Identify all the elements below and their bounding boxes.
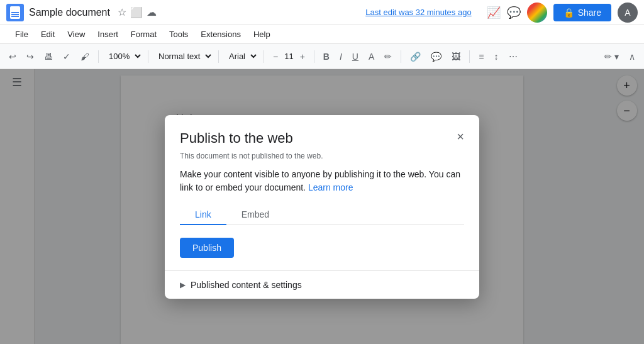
publish-section: Publish (165, 225, 479, 271)
publish-dialog: Publish to the web × This document is no… (165, 115, 479, 299)
decrease-font-button[interactable]: − (269, 49, 282, 64)
redo-button[interactable]: ↪ (23, 49, 38, 64)
dialog-subtitle: This document is not published to the we… (165, 147, 479, 160)
font-select[interactable]: Arial (224, 50, 258, 63)
cloud-icon[interactable]: ☁ (147, 6, 157, 18)
modal-overlay: Publish to the web × This document is no… (0, 69, 644, 344)
settings-row[interactable]: ▶ Published content & settings (165, 271, 479, 299)
dialog-description: Make your content visible to anyone by p… (180, 168, 464, 194)
avatar[interactable]: A (618, 3, 638, 23)
menu-bar: File Edit View Insert Format Tools Exten… (0, 25, 644, 44)
menu-tools[interactable]: Tools (164, 27, 193, 42)
folder-icon[interactable]: ⬜ (130, 6, 143, 18)
style-select[interactable]: Normal text (153, 50, 213, 63)
settings-arrow-icon: ▶ (180, 280, 186, 289)
menu-edit[interactable]: Edit (36, 27, 60, 42)
dialog-body: Make your content visible to anyone by p… (165, 160, 479, 225)
increase-font-button[interactable]: + (296, 49, 309, 64)
image-button[interactable]: 🖼 (448, 49, 464, 64)
underline-button[interactable]: U (348, 49, 362, 64)
last-edit-text: Last edit was 32 minutes ago (365, 8, 471, 17)
print-button[interactable]: 🖶 (40, 49, 57, 64)
separator-1 (98, 50, 99, 63)
separator-3 (218, 50, 219, 63)
document-title: Sample document (29, 7, 110, 18)
line-spacing-button[interactable]: ↕ (491, 49, 502, 64)
undo-button[interactable]: ↩ (5, 49, 20, 64)
meet-button[interactable] (527, 3, 547, 23)
zoom-select[interactable]: 100% (104, 50, 143, 63)
more-options-button[interactable]: ⋯ (505, 49, 521, 64)
settings-label: Published content & settings (191, 280, 302, 290)
dialog-title: Publish to the web (180, 130, 293, 147)
menu-help[interactable]: Help (248, 27, 275, 42)
menu-format[interactable]: Format (126, 27, 162, 42)
font-size-display: 11 (284, 52, 293, 61)
chart-icon[interactable]: 📈 (487, 6, 501, 19)
share-button[interactable]: 🔒 Share (553, 4, 611, 21)
spellcheck-button[interactable]: ✓ (59, 49, 74, 64)
menu-file[interactable]: File (10, 27, 33, 42)
toolbar: ↩ ↪ 🖶 ✓ 🖌 100% Normal text Arial − 11 + … (0, 44, 644, 69)
publish-button[interactable]: Publish (180, 238, 234, 258)
menu-insert[interactable]: Insert (92, 27, 123, 42)
menu-extensions[interactable]: Extensions (196, 27, 246, 42)
align-button[interactable]: ≡ (475, 49, 487, 64)
italic-button[interactable]: I (336, 49, 346, 64)
dialog-tabs: Link Embed (180, 204, 464, 225)
top-right-actions: 📈 💬 🔒 Share A (487, 3, 638, 23)
top-bar: Sample document ☆ ⬜ ☁ Last edit was 32 m… (0, 0, 644, 25)
dialog-header: Publish to the web × (165, 115, 479, 147)
separator-6 (401, 50, 401, 63)
comment-tb-button[interactable]: 💬 (427, 49, 445, 64)
main-area: ☰ This is a Chromeb + − Publish to the w… (0, 69, 644, 344)
star-icon[interactable]: ☆ (118, 6, 126, 18)
highlight-button[interactable]: ✏ (380, 49, 396, 64)
docs-logo (6, 4, 24, 21)
link-button[interactable]: 🔗 (406, 49, 425, 64)
separator-5 (314, 50, 314, 63)
lock-icon: 🔒 (564, 8, 574, 18)
editing-mode-button[interactable]: ✏ ▾ (601, 49, 623, 64)
separator-2 (148, 50, 148, 63)
paint-format-button[interactable]: 🖌 (77, 49, 93, 64)
collapse-button[interactable]: ∧ (625, 49, 639, 64)
text-color-button[interactable]: A (365, 49, 378, 64)
separator-7 (469, 50, 470, 63)
title-icons: ☆ ⬜ ☁ (118, 6, 157, 18)
separator-4 (264, 50, 264, 63)
bold-button[interactable]: B (319, 49, 333, 64)
tab-link[interactable]: Link (180, 204, 226, 225)
menu-view[interactable]: View (62, 27, 90, 42)
tab-embed[interactable]: Embed (226, 204, 284, 225)
comment-icon[interactable]: 💬 (507, 6, 521, 19)
dialog-close-button[interactable]: × (457, 130, 464, 143)
learn-more-link[interactable]: Learn more (308, 182, 353, 192)
